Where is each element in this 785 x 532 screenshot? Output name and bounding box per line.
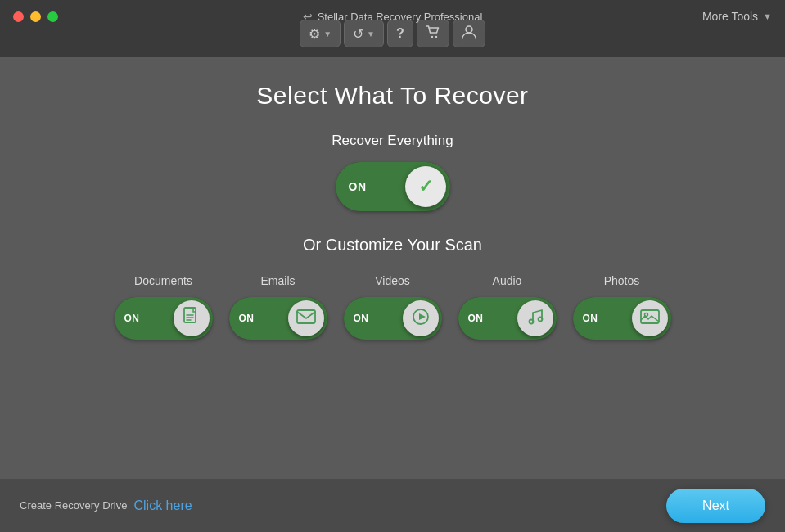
recovery-drive-text: Create Recovery Drive (20, 499, 128, 512)
toggle-on-text: ON (349, 180, 367, 193)
documents-item: Documents ON (115, 274, 213, 340)
next-button[interactable]: Next (666, 489, 765, 523)
recover-everything-label: Recover Everything (332, 133, 453, 149)
emails-toggle[interactable]: ON (229, 297, 327, 340)
traffic-lights (13, 11, 58, 22)
photos-toggle-knob (632, 300, 668, 336)
audio-toggle-knob (517, 300, 553, 336)
window-title-bar: ↩ Stellar Data Recovery Professional (303, 10, 483, 23)
svg-marker-9 (419, 313, 426, 320)
main-content: Select What To Recover Recover Everythin… (0, 57, 785, 475)
svg-point-1 (435, 36, 437, 38)
recover-everything-section: Recover Everything ON ✓ (332, 133, 453, 211)
maximize-button[interactable] (47, 11, 58, 22)
customize-section: Or Customize Your Scan Documents ON (33, 236, 752, 340)
svg-rect-7 (297, 310, 315, 323)
videos-toggle-text: ON (354, 313, 369, 324)
documents-toggle-text: ON (124, 313, 140, 324)
documents-toggle[interactable]: ON (115, 297, 213, 340)
checkmark-icon: ✓ (418, 176, 433, 197)
recover-everything-toggle[interactable]: ON ✓ (336, 162, 450, 211)
videos-label: Videos (375, 274, 410, 287)
more-tools-button[interactable]: More Tools ▼ (702, 0, 772, 33)
photos-label: Photos (604, 274, 640, 287)
minimize-button[interactable] (30, 11, 41, 22)
svg-point-10 (529, 320, 533, 324)
back-arrow-icon: ↩ (303, 10, 313, 23)
audio-music-icon (526, 308, 545, 329)
svg-point-0 (431, 36, 433, 38)
customize-label: Or Customize Your Scan (303, 236, 482, 255)
videos-item: Videos ON (344, 274, 442, 340)
window-title: Stellar Data Recovery Professional (318, 11, 483, 23)
emails-toggle-knob (288, 300, 324, 336)
bottom-bar: Create Recovery Drive Click here Next (0, 479, 785, 532)
click-here-link[interactable]: Click here (134, 498, 192, 513)
photo-image-icon (640, 309, 660, 328)
toggle-knob: ✓ (405, 166, 446, 207)
svg-point-11 (538, 318, 542, 322)
emails-label: Emails (260, 274, 295, 287)
videos-toggle-knob (403, 300, 439, 336)
photos-item: Photos ON (573, 274, 671, 340)
audio-label: Audio (493, 274, 522, 287)
video-play-icon (412, 308, 430, 329)
header: ↩ Stellar Data Recovery Professional Mor… (0, 0, 785, 57)
close-button[interactable] (13, 11, 24, 22)
title-bar: ↩ Stellar Data Recovery Professional Mor… (0, 0, 785, 33)
recovery-drive-section: Create Recovery Drive Click here (20, 498, 192, 513)
more-tools-chevron-icon: ▼ (763, 11, 772, 21)
videos-toggle[interactable]: ON (344, 297, 442, 340)
photos-toggle-text: ON (583, 313, 598, 324)
documents-toggle-knob (174, 300, 210, 336)
emails-item: Emails ON (229, 274, 327, 340)
documents-label: Documents (134, 274, 192, 287)
audio-toggle[interactable]: ON (458, 297, 557, 340)
email-icon (296, 309, 316, 328)
audio-toggle-text: ON (468, 313, 484, 324)
photos-toggle[interactable]: ON (573, 297, 671, 340)
emails-toggle-text: ON (239, 313, 255, 324)
file-types-row: Documents ON (115, 274, 671, 340)
more-tools-label: More Tools (702, 10, 758, 23)
audio-item: Audio ON (458, 274, 557, 340)
page-title: Select What To Recover (256, 82, 528, 110)
document-icon (183, 307, 201, 331)
